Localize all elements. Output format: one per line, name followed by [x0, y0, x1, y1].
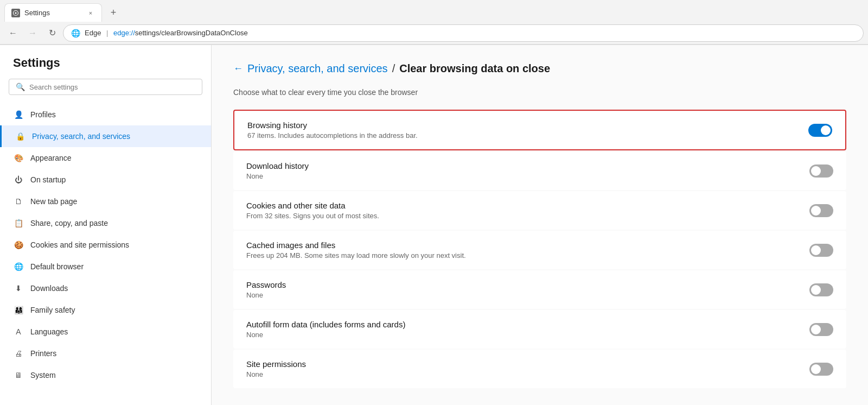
sidebar-item-privacy[interactable]: 🔒Privacy, search, and services: [0, 125, 211, 147]
search-input[interactable]: [29, 83, 195, 91]
setting-title-cookies-site-data: Cookies and other site data: [246, 201, 809, 210]
setting-desc-cached-images: Frees up 204 MB. Some sites may load mor…: [246, 251, 809, 260]
privacy-icon: 🔒: [15, 131, 25, 142]
sidebar-item-label-profiles: Profiles: [30, 110, 56, 119]
sidebar-item-label-privacy: Privacy, search, and services: [32, 132, 130, 141]
sidebar-item-label-new-tab-page: New tab page: [30, 197, 77, 206]
sidebar-item-share-copy[interactable]: 📋Share, copy, and paste: [0, 212, 211, 234]
sidebar-item-label-appearance: Appearance: [30, 154, 72, 162]
tab-close-button[interactable]: ×: [86, 9, 95, 17]
back-button[interactable]: ←: [4, 24, 22, 42]
sidebar-item-label-default-browser: Default browser: [30, 262, 84, 271]
toggle-cookies-site-data[interactable]: [809, 204, 833, 217]
sidebar-item-downloads[interactable]: ⬇Downloads: [0, 277, 211, 299]
sidebar-item-on-startup[interactable]: ⏻On startup: [0, 169, 211, 191]
svg-point-1: [15, 12, 17, 14]
tab-bar: Settings × +: [0, 0, 868, 22]
address-bar[interactable]: 🌐 Edge | edge://settings/clearBrowsingDa…: [63, 24, 864, 42]
settings-tab[interactable]: Settings ×: [4, 3, 102, 22]
browser-icon: 🌐: [13, 261, 24, 272]
setting-info-download-history: Download historyNone: [246, 161, 809, 180]
toggle-passwords[interactable]: [809, 283, 833, 296]
setting-title-cached-images: Cached images and files: [246, 241, 809, 250]
toggle-browsing-history[interactable]: [808, 124, 832, 137]
toggle-slider-browsing-history: [808, 124, 832, 137]
family-icon: 👨‍👩‍👧: [13, 305, 24, 315]
sidebar-item-label-languages: Languages: [30, 327, 68, 336]
content-area: ← Privacy, search, and services / Clear …: [212, 45, 868, 405]
setting-title-autofill: Autofill form data (includes forms and c…: [246, 320, 809, 329]
toggle-slider-site-permissions: [809, 363, 833, 376]
breadcrumb-parent-link[interactable]: Privacy, search, and services: [247, 62, 388, 75]
page-subtitle: Choose what to clear every time you clos…: [233, 88, 846, 97]
setting-row-browsing-history: Browsing history67 items. Includes autoc…: [233, 110, 846, 150]
setting-info-browsing-history: Browsing history67 items. Includes autoc…: [247, 121, 808, 140]
toggle-download-history[interactable]: [809, 164, 833, 178]
printer-icon: 🖨: [13, 348, 24, 359]
setting-desc-cookies-site-data: From 32 sites. Signs you out of most sit…: [246, 212, 809, 220]
address-text: Edge | edge://settings/clearBrowsingData…: [85, 29, 856, 37]
sidebar-item-label-share-copy: Share, copy, and paste: [30, 219, 108, 227]
setting-title-download-history: Download history: [246, 161, 809, 170]
setting-info-cached-images: Cached images and filesFrees up 204 MB. …: [246, 241, 809, 260]
toggle-cached-images[interactable]: [809, 244, 833, 257]
setting-row-cached-images: Cached images and filesFrees up 204 MB. …: [233, 231, 846, 269]
setting-row-autofill: Autofill form data (includes forms and c…: [233, 310, 846, 349]
download-icon: ⬇: [13, 283, 24, 294]
breadcrumb-current-page: Clear browsing data on close: [399, 62, 550, 75]
sidebar-item-profiles[interactable]: 👤Profiles: [0, 104, 211, 125]
sidebar-item-printers[interactable]: 🖨Printers: [0, 343, 211, 364]
sidebar-item-system[interactable]: 🖥System: [0, 364, 211, 386]
sidebar-item-label-printers: Printers: [30, 349, 56, 358]
sidebar-item-label-downloads: Downloads: [30, 284, 68, 293]
toggle-site-permissions[interactable]: [809, 363, 833, 376]
address-separator: |: [104, 29, 110, 37]
appearance-icon: 🎨: [13, 153, 24, 163]
share-icon: 📋: [13, 218, 24, 229]
breadcrumb-back-button[interactable]: ←: [233, 63, 243, 74]
nav-bar: ← → ↻ 🌐 Edge | edge://settings/clearBrow…: [0, 22, 868, 45]
sidebar-item-languages[interactable]: ALanguages: [0, 321, 211, 343]
toggle-slider-cached-images: [809, 244, 833, 257]
setting-info-autofill: Autofill form data (includes forms and c…: [246, 320, 809, 339]
toggle-slider-download-history: [809, 164, 833, 178]
setting-info-cookies-site-data: Cookies and other site dataFrom 32 sites…: [246, 201, 809, 220]
setting-desc-autofill: None: [246, 331, 809, 339]
sidebar-item-family-safety[interactable]: 👨‍👩‍👧Family safety: [0, 299, 211, 321]
setting-row-download-history: Download historyNone: [233, 151, 846, 190]
cookies-icon: 🍪: [13, 239, 24, 250]
search-box[interactable]: 🔍: [9, 79, 202, 95]
breadcrumb: ← Privacy, search, and services / Clear …: [233, 62, 846, 75]
reload-button[interactable]: ↻: [43, 24, 61, 42]
browser-name-label: Edge: [85, 29, 101, 37]
edge-logo-icon: 🌐: [71, 29, 80, 37]
sidebar-item-default-browser[interactable]: 🌐Default browser: [0, 256, 211, 277]
sidebar-item-appearance[interactable]: 🎨Appearance: [0, 147, 211, 169]
system-icon: 🖥: [13, 370, 24, 381]
sidebar: Settings 🔍 👤Profiles🔒Privacy, search, an…: [0, 45, 212, 405]
main-layout: Settings 🔍 👤Profiles🔒Privacy, search, an…: [0, 45, 868, 405]
forward-button[interactable]: →: [24, 24, 41, 42]
tab-favicon: [11, 9, 20, 17]
toggle-autofill[interactable]: [809, 323, 833, 336]
url-scheme: edge://: [113, 29, 135, 37]
setting-desc-download-history: None: [246, 172, 809, 180]
tab-title-text: Settings: [24, 9, 82, 17]
setting-desc-browsing-history: 67 items. Includes autocompletions in th…: [247, 131, 808, 140]
url-path: settings/clearBrowsingDataOnClose: [135, 29, 248, 37]
sidebar-item-label-cookies: Cookies and site permissions: [30, 241, 129, 249]
setting-info-site-permissions: Site permissionsNone: [246, 359, 809, 378]
toggle-slider-passwords: [809, 283, 833, 296]
setting-desc-site-permissions: None: [246, 370, 809, 378]
sidebar-item-label-on-startup: On startup: [30, 175, 66, 184]
toggle-slider-cookies-site-data: [809, 204, 833, 217]
new-tab-button[interactable]: +: [104, 3, 123, 22]
sidebar-item-cookies[interactable]: 🍪Cookies and site permissions: [0, 234, 211, 256]
search-icon: 🔍: [16, 83, 25, 91]
setting-title-site-permissions: Site permissions: [246, 359, 809, 369]
setting-row-cookies-site-data: Cookies and other site dataFrom 32 sites…: [233, 191, 846, 230]
sidebar-item-new-tab-page[interactable]: 🗋New tab page: [0, 191, 211, 212]
setting-row-passwords: PasswordsNone: [233, 270, 846, 309]
startup-icon: ⏻: [13, 174, 24, 185]
setting-row-site-permissions: Site permissionsNone: [233, 350, 846, 388]
